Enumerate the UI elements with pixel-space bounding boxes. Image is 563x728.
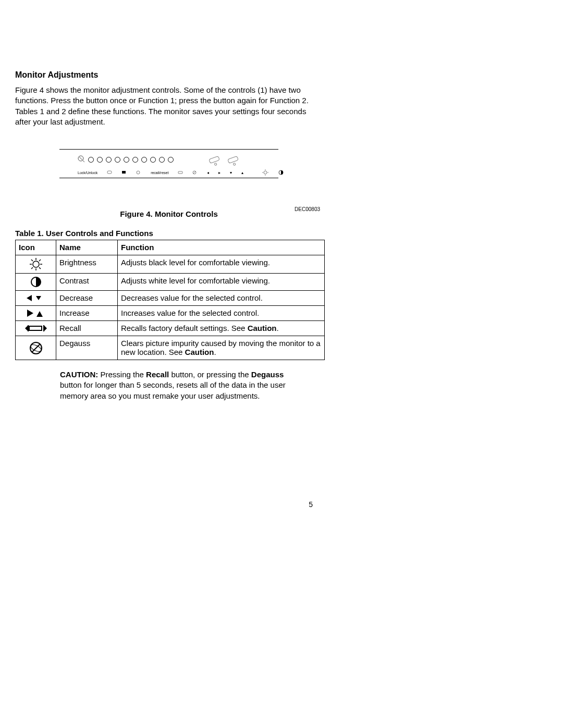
panel-lock-label: Lock/Unlock: [78, 171, 97, 175]
panel-button[interactable]: [88, 157, 94, 163]
function-cell: Decreases value for the selected control…: [118, 291, 325, 306]
name-cell: Brightness: [56, 255, 118, 274]
function-cell: Recalls factory default settings. See Ca…: [118, 321, 325, 336]
recall-icon: [24, 323, 48, 334]
svg-marker-27: [27, 310, 33, 317]
table-row: DecreaseDecreases value for the selected…: [16, 291, 325, 306]
brightness-knob[interactable]: [209, 155, 220, 163]
name-cell: Degauss: [56, 336, 118, 360]
panel-recall-label: recall/reset: [151, 171, 168, 175]
function-cell: Clears picture impurity caused by moving…: [118, 336, 325, 360]
table-header-icon: Icon: [16, 240, 56, 255]
panel-button[interactable]: [106, 157, 112, 163]
svg-rect-3: [107, 171, 112, 174]
svg-point-15: [33, 261, 39, 267]
panel-brightness-icon: [262, 169, 268, 176]
svg-line-22: [39, 260, 41, 261]
table-row: DegaussClears picture impurity caused by…: [16, 336, 325, 360]
caution-note: CAUTION: Pressing the Recall button, or …: [60, 369, 293, 401]
panel-left-icon: ◂: [207, 170, 209, 175]
contrast-knob[interactable]: [227, 155, 239, 163]
brightness-icon: [29, 257, 43, 271]
panel-mini-icon: [192, 170, 198, 175]
svg-marker-28: [36, 311, 43, 317]
panel-button[interactable]: [124, 157, 129, 163]
panel-button[interactable]: [132, 157, 138, 163]
panel-contrast-icon: [278, 169, 284, 176]
svg-line-21: [39, 267, 41, 269]
page-number: 5: [309, 500, 313, 509]
panel-mini-icon: [121, 170, 127, 175]
table-row: IncreaseIncreases value for the selected…: [16, 306, 325, 321]
svg-point-9: [264, 171, 267, 174]
svg-marker-25: [27, 295, 32, 301]
degauss-icon: [29, 341, 43, 355]
function-cell: Adjusts black level for comfortable view…: [118, 255, 325, 274]
panel-degauss-icon: [78, 155, 85, 164]
panel-button[interactable]: [159, 157, 165, 163]
name-cell: Recall: [56, 321, 118, 336]
icon-cell: [16, 255, 56, 274]
section-title: Monitor Adjustments: [15, 70, 323, 80]
panel-button[interactable]: [97, 157, 103, 163]
figure-monitor-controls: Lock/Unlock recall/reset ◂ ▸: [59, 143, 323, 178]
svg-line-2: [83, 161, 84, 162]
icon-cell: [16, 274, 56, 291]
panel-mini-icon: [107, 170, 112, 175]
user-controls-table: Icon Name Function BrightnessAdjusts bla…: [15, 240, 325, 360]
figure-code: DEC00803: [295, 206, 320, 212]
table-row: RecallRecalls factory default settings. …: [16, 321, 325, 336]
function-cell: Increases value for the selected control…: [118, 306, 325, 321]
icon-cell: [16, 306, 56, 321]
icon-cell: [16, 321, 56, 336]
svg-rect-31: [29, 326, 42, 330]
name-cell: Increase: [56, 306, 118, 321]
panel-mini-icon: [136, 170, 141, 175]
panel-button[interactable]: [168, 157, 174, 163]
decrease-icon: [26, 293, 46, 303]
figure-caption: Figure 4. Monitor Controls: [59, 209, 278, 218]
svg-marker-26: [36, 296, 41, 300]
intro-paragraph: Figure 4 shows the monitor adjustment co…: [15, 85, 323, 127]
svg-point-5: [137, 171, 140, 174]
icon-cell: [16, 291, 56, 306]
function-cell: Adjusts white level for comfortable view…: [118, 274, 325, 291]
table-row: BrightnessAdjusts black level for comfor…: [16, 255, 325, 274]
table-header-name: Name: [56, 240, 118, 255]
panel-up-icon: ▴: [241, 170, 243, 175]
panel-mini-icon: [178, 170, 183, 175]
svg-line-20: [31, 260, 33, 261]
increase-icon: [26, 308, 46, 318]
name-cell: Contrast: [56, 274, 118, 291]
svg-rect-4: [122, 171, 126, 174]
icon-cell: [16, 336, 56, 360]
svg-line-8: [193, 171, 195, 174]
panel-down-icon: ▾: [230, 170, 232, 175]
panel-button[interactable]: [115, 157, 120, 163]
panel-button[interactable]: [141, 157, 147, 163]
svg-line-23: [31, 267, 33, 269]
panel-right-icon: ▸: [218, 170, 221, 175]
table-header-function: Function: [118, 240, 325, 255]
name-cell: Decrease: [56, 291, 118, 306]
svg-rect-6: [178, 171, 182, 174]
panel-button[interactable]: [150, 157, 156, 163]
table-row: ContrastAdjusts white level for comforta…: [16, 274, 325, 291]
table-title: Table 1. User Controls and Functions: [15, 229, 323, 238]
svg-line-1: [79, 157, 82, 160]
contrast-icon: [30, 276, 42, 288]
